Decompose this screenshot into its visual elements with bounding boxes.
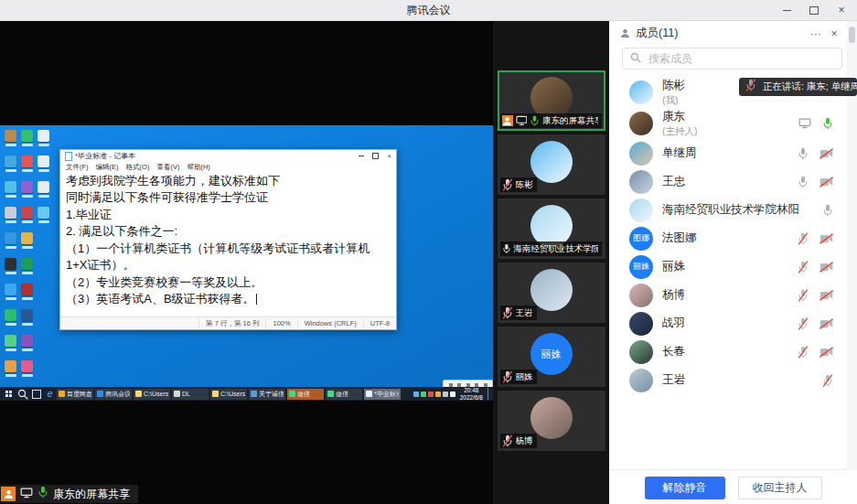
taskbar-app-button: DL xyxy=(172,389,209,400)
video-thumbnail[interactable]: 杨博 xyxy=(498,391,605,451)
mic-muted-icon[interactable] xyxy=(822,374,833,387)
files-icon xyxy=(20,232,34,249)
taskbar-app-label: 微信 xyxy=(336,390,348,399)
maximize-button[interactable] xyxy=(800,0,828,20)
minimize-button[interactable] xyxy=(773,0,800,20)
search-icon xyxy=(630,50,641,67)
member-row[interactable]: 战羽 xyxy=(629,309,857,338)
member-row[interactable]: 丽姝 丽姝 xyxy=(629,252,857,281)
video-thumbnail[interactable]: 海南经贸职业技术学院林阳 xyxy=(498,198,605,259)
panel-close-icon[interactable]: × xyxy=(826,27,842,40)
notepad-titlebar: *毕业标准 - 记事本 × xyxy=(60,150,396,162)
member-row[interactable]: 康东 (主持人) xyxy=(629,108,857,139)
mic-muted-icon xyxy=(502,178,513,191)
mic-muted-icon xyxy=(502,370,513,383)
text-caret xyxy=(256,294,257,305)
member-name: 长春 xyxy=(662,344,685,359)
video-thumbnail[interactable]: 康东的屏幕共享 xyxy=(498,70,605,131)
video-thumbnail[interactable]: 陈彬 xyxy=(498,134,605,195)
mic-muted-icon xyxy=(822,374,833,387)
presenter-badge-icon xyxy=(502,115,513,126)
taskbar-app-label: 微信 xyxy=(297,390,310,399)
member-row[interactable]: 杨博 xyxy=(629,281,857,309)
avatar xyxy=(629,80,653,104)
members-panel-title: 成员(11) xyxy=(636,26,678,41)
video-thumbnail[interactable]: 丽姝 丽姝 xyxy=(498,327,605,387)
member-role: (主持人) xyxy=(662,125,698,138)
person-icon xyxy=(4,489,14,499)
video-thumbnail[interactable]: 王岩 xyxy=(498,263,605,323)
taskbar-app-label: 腾讯会议 xyxy=(105,390,130,399)
minimize-icon xyxy=(783,10,791,11)
member-info: 王岩 xyxy=(662,372,685,388)
mic-on-icon[interactable] xyxy=(822,117,833,130)
member-row[interactable]: 长春 xyxy=(629,338,857,366)
camera-off-icon[interactable] xyxy=(820,290,833,301)
mic-muted-icon xyxy=(502,306,513,319)
members-panel-footer: 解除静音 收回主持人 xyxy=(609,469,857,504)
mic-muted-icon[interactable] xyxy=(798,261,809,273)
doc-icon xyxy=(37,181,50,198)
camera-off-icon[interactable] xyxy=(820,177,833,188)
taskbar-clock: 20:482022/6/8 xyxy=(460,387,483,401)
more-options-icon[interactable]: ··· xyxy=(808,27,824,40)
member-row[interactable]: 王忠 xyxy=(629,167,857,196)
mic-icon xyxy=(822,117,833,130)
notepad-window: *毕业标准 - 记事本 × 文件(F)编辑(E)格式(O)查看(V)帮助(H) … xyxy=(59,149,397,330)
member-info: 长春 xyxy=(662,344,685,359)
reclaim-host-button[interactable]: 收回主持人 xyxy=(738,477,822,499)
doc-icon xyxy=(37,130,50,146)
computer-icon xyxy=(4,155,17,172)
member-row[interactable]: 图娜 法图娜 xyxy=(629,224,857,252)
network-icon xyxy=(4,181,17,198)
mic-icon[interactable] xyxy=(798,176,809,188)
mic-muted-icon[interactable] xyxy=(798,317,809,330)
scrollbar-thumb[interactable] xyxy=(849,27,855,43)
camera-off-icon[interactable] xyxy=(820,347,833,358)
screen-share-icon[interactable] xyxy=(798,118,811,129)
screen-share-icon xyxy=(798,118,811,129)
search-icon xyxy=(17,389,28,400)
members-panel: 成员(11) ··· × 陈彬 (我) 康东 (主持 xyxy=(609,21,857,504)
speaking-indicator-tooltip: 正在讲话: 康东; 单继周; xyxy=(739,78,857,96)
member-name: 丽姝 xyxy=(662,259,685,274)
member-row[interactable]: 王岩 xyxy=(629,366,857,394)
taskbar-app-label: 关于诚信监督检... xyxy=(259,390,284,399)
member-status-icons xyxy=(798,176,833,188)
mic-muted-icon[interactable] xyxy=(798,289,809,302)
mic-icon[interactable] xyxy=(798,147,809,160)
camera-off-icon xyxy=(820,262,833,273)
flower-icon xyxy=(20,155,34,172)
taskbar-app-label: *毕业标准 - 记.. xyxy=(374,390,399,399)
camera-off-icon xyxy=(820,290,833,301)
notepad-text-line: 1.毕业证 xyxy=(66,207,391,223)
member-row[interactable]: 单继周 xyxy=(629,139,857,167)
mic-icon xyxy=(798,176,809,188)
unmute-button[interactable]: 解除静音 xyxy=(645,477,725,499)
mic-muted-icon[interactable] xyxy=(798,346,809,359)
mic-icon[interactable] xyxy=(822,204,833,217)
close-button[interactable]: × xyxy=(828,0,855,20)
mic-muted-icon xyxy=(798,289,809,302)
wechat-icon xyxy=(4,309,17,326)
member-search-input[interactable] xyxy=(647,51,834,66)
camera-off-icon[interactable] xyxy=(820,318,833,329)
mic-muted-icon[interactable] xyxy=(798,232,809,245)
member-row[interactable]: 海南经贸职业技术学院林阳 xyxy=(629,196,857,224)
green-app-icon xyxy=(20,130,34,146)
wps-icon xyxy=(20,181,34,198)
camera-off-icon[interactable] xyxy=(820,148,833,159)
camera-off-icon[interactable] xyxy=(820,233,833,244)
camera-off-icon[interactable] xyxy=(820,262,833,273)
task-view-icon xyxy=(29,388,43,400)
thumbnail-name: 杨博 xyxy=(516,435,533,447)
taskbar-app-label: 百度网盘 用户端.. xyxy=(67,390,91,399)
member-status-icons xyxy=(798,232,833,245)
notepad-text-line: 1+X证书）。 xyxy=(66,257,391,273)
member-name: 王岩 xyxy=(662,372,685,388)
member-info: 杨博 xyxy=(662,287,685,303)
member-name: 单继周 xyxy=(662,145,697,161)
mic-muted-icon xyxy=(502,434,513,447)
mic-muted-icon xyxy=(745,79,756,95)
app-brown-icon xyxy=(4,130,17,146)
